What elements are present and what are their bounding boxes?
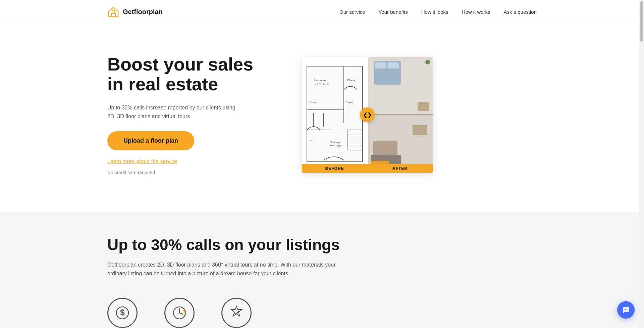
brand-name: Getfloorplan xyxy=(123,8,163,16)
scrollbar-thumb[interactable] xyxy=(640,1,643,42)
after-half xyxy=(367,57,433,173)
nav-how-it-works[interactable]: How it works xyxy=(462,9,490,15)
svg-text:$: $ xyxy=(120,308,125,317)
hero-title: Boost your sales in real estate xyxy=(107,54,282,94)
chat-icon xyxy=(622,306,630,314)
render-container xyxy=(367,57,433,173)
before-after-image: Closet Closet Closet Bathroom 7'0" × 4'1… xyxy=(302,57,433,173)
clock-icon xyxy=(171,305,187,321)
svg-text:5'4" ×6'9": 5'4" ×6'9" xyxy=(330,145,342,148)
learn-more-link[interactable]: Learn more about the service xyxy=(107,158,282,165)
plant-dot xyxy=(425,60,430,64)
hero-subtitle: Up to 30% calls increase reported by our… xyxy=(107,103,241,121)
benefits-description: Getfloorplan creates 2D, 3D floor plans … xyxy=(107,261,356,278)
svg-point-29 xyxy=(625,309,625,310)
toggle-button[interactable]: ❮❯ xyxy=(360,107,375,122)
benefits-icons-row: $ xyxy=(107,298,537,328)
logo-icon xyxy=(107,6,119,18)
bed-pillow-left xyxy=(375,62,386,68)
badge-icon-circle xyxy=(221,298,252,328)
svg-point-30 xyxy=(626,309,626,310)
bed-pillow-right xyxy=(387,62,399,68)
before-half: Closet Closet Closet Bathroom 7'0" × 4'1… xyxy=(302,57,367,173)
main-nav: Our service Your benefits How it looks H… xyxy=(339,9,537,15)
upload-button[interactable]: Upload a floor plan xyxy=(107,131,194,150)
svg-text:Kitchen: Kitchen xyxy=(330,141,340,144)
benefits-section: Up to 30% calls on your listings Getfloo… xyxy=(0,212,644,328)
svg-text:Bathroom: Bathroom xyxy=(314,79,326,82)
rug-shape xyxy=(373,141,397,156)
page-scrollbar[interactable] xyxy=(639,0,644,328)
nav-ask-question[interactable]: Ask a question xyxy=(504,9,537,15)
hero-title-line2: in real estate xyxy=(107,74,218,94)
svg-text:R/F: R/F xyxy=(309,138,313,141)
svg-text:Closet: Closet xyxy=(347,79,355,82)
hero-content: Boost your sales in real estate Up to 30… xyxy=(107,54,282,176)
svg-point-31 xyxy=(627,309,627,310)
hero-title-line1: Boost your sales xyxy=(107,54,253,74)
nav-how-it-looks[interactable]: How it looks xyxy=(421,9,448,15)
benefit-dollar: $ xyxy=(107,298,138,328)
before-label: BEFORE xyxy=(302,164,367,173)
coffee-table xyxy=(413,125,427,135)
svg-line-26 xyxy=(179,313,183,314)
benefits-title: Up to 30% calls on your listings xyxy=(107,236,342,254)
benefit-badge xyxy=(221,298,252,328)
floor-sketch-svg: Closet Closet Closet Bathroom 7'0" × 4'1… xyxy=(304,63,366,167)
toggle-arrows-icon: ❮❯ xyxy=(363,112,372,118)
dresser-shape xyxy=(418,102,429,111)
logo-link[interactable]: Getfloorplan xyxy=(107,6,163,18)
nav-your-benefits[interactable]: Your benefits xyxy=(379,9,408,15)
dollar-icon-circle: $ xyxy=(107,298,138,328)
svg-text:Closet: Closet xyxy=(310,100,318,104)
header: Getfloorplan Our service Your benefits H… xyxy=(0,0,644,24)
after-label: AFTER xyxy=(367,164,433,173)
dollar-icon: $ xyxy=(114,305,130,321)
badge-icon xyxy=(228,305,245,321)
svg-text:7'0" × 4'10": 7'0" × 4'10" xyxy=(315,82,329,86)
clock-icon-circle xyxy=(164,298,195,328)
render-bedroom xyxy=(367,57,433,115)
svg-text:Closet: Closet xyxy=(345,100,354,104)
nav-our-service[interactable]: Our service xyxy=(339,9,365,15)
chat-widget[interactable] xyxy=(617,301,635,319)
hero-section: Boost your sales in real estate Up to 30… xyxy=(0,24,644,212)
no-credit-text: No credit card required xyxy=(107,170,282,175)
benefit-clock xyxy=(164,298,195,328)
